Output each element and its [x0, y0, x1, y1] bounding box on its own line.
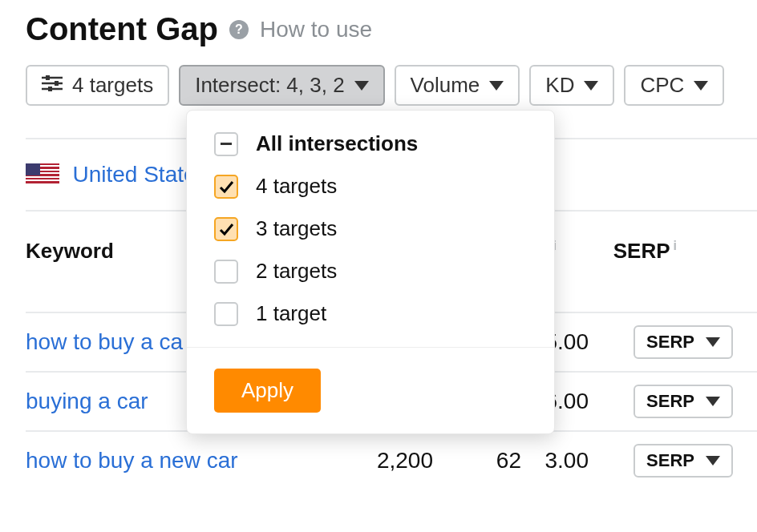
chevron-down-icon [706, 456, 720, 466]
cpc-filter-label: CPC [640, 73, 684, 98]
checkbox-3-targets[interactable] [214, 217, 238, 241]
sliders-icon [42, 73, 63, 98]
checkbox-2-targets[interactable] [214, 260, 238, 284]
chevron-down-icon [354, 81, 369, 91]
serp-button[interactable]: SERP [634, 385, 733, 418]
serp-button-label: SERP [646, 391, 694, 412]
cpc-filter[interactable]: CPC [624, 65, 724, 106]
checkbox-1-target[interactable] [214, 302, 238, 326]
chevron-down-icon [706, 397, 720, 406]
serp-button-label: SERP [646, 450, 694, 471]
cpc-value: 3.00 [516, 448, 589, 474]
targets-filter-label: 4 targets [72, 73, 153, 98]
locale-selector[interactable]: United State [72, 162, 196, 187]
chevron-down-icon [694, 81, 708, 91]
option-2-targets-label: 2 targets [256, 259, 337, 284]
option-4-targets-label: 4 targets [256, 174, 337, 199]
info-icon[interactable]: i [674, 239, 677, 252]
all-intersections-label: All intersections [256, 131, 418, 156]
svg-rect-4 [55, 81, 59, 86]
column-header-serp-label: SERP [613, 239, 670, 263]
targets-filter[interactable]: 4 targets [26, 65, 169, 106]
intersect-filter[interactable]: Intersect: 4, 3, 2 [179, 65, 384, 106]
chevron-down-icon [489, 81, 504, 91]
checkbox-all-intersections[interactable] [214, 132, 238, 156]
kd-value: 62 [465, 448, 521, 474]
page-title: Content Gap [26, 11, 218, 47]
serp-button[interactable]: SERP [634, 444, 733, 478]
us-flag-icon [26, 163, 59, 186]
serp-button[interactable]: SERP [634, 325, 733, 359]
checkbox-4-targets[interactable] [214, 175, 238, 199]
keyword-link[interactable]: how to buy a new car [26, 448, 282, 474]
svg-rect-3 [46, 75, 50, 80]
how-to-use-link[interactable]: How to use [260, 17, 372, 42]
chevron-down-icon [706, 337, 720, 347]
column-header-serp[interactable]: SERPi [613, 239, 677, 264]
kd-filter-label: KD [545, 73, 574, 98]
intersect-dropdown: All intersections 4 targets 3 targets [186, 110, 555, 434]
help-icon[interactable]: ? [229, 20, 249, 39]
volume-value: 2,200 [353, 448, 433, 474]
apply-button[interactable]: Apply [214, 369, 321, 413]
volume-filter-label: Volume [411, 73, 480, 98]
option-3-targets-label: 3 targets [256, 216, 337, 241]
volume-filter[interactable]: Volume [395, 65, 520, 106]
intersect-filter-label: Intersect: 4, 3, 2 [195, 73, 344, 98]
serp-button-label: SERP [646, 332, 694, 353]
option-1-target-label: 1 target [256, 301, 326, 326]
svg-rect-5 [48, 87, 52, 91]
chevron-down-icon [584, 81, 598, 91]
kd-filter[interactable]: KD [529, 65, 614, 106]
table-row: how to buy a new car 2,200 62 3.00 SERP [26, 432, 757, 490]
